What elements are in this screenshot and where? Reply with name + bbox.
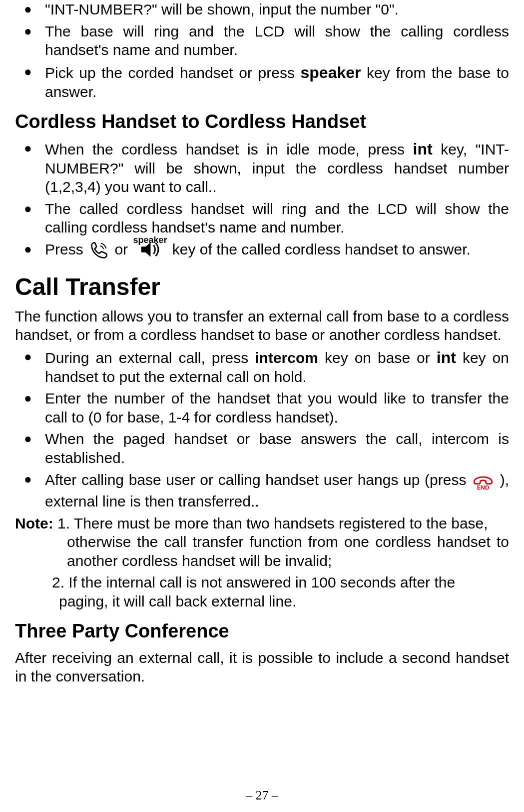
note-2-line2: paging, it will call back external line. — [15, 592, 509, 611]
bullet-called-ring: The called cordless handset will ring an… — [15, 200, 509, 237]
text-pre: After calling base user or calling hands… — [45, 472, 471, 488]
bullet-intercom-established: When the paged handset or base answers t… — [15, 430, 509, 467]
page: "INT-NUMBER?" will be shown, input the n… — [0, 0, 524, 812]
text: When the paged handset or base answers t… — [45, 430, 509, 466]
bullet-enter-number: Enter the number of the handset that you… — [15, 389, 509, 426]
text-pre: During an external call, press — [45, 350, 255, 366]
bullet-pickup-speaker: Pick up the corded handset or press spea… — [15, 62, 509, 102]
speaker-icon — [138, 238, 161, 261]
transfer-paragraph: The function allows you to transfer an e… — [15, 307, 509, 344]
intercom-key-label: intercom — [255, 350, 318, 366]
bullet-press-answer: Press or speaker — [15, 240, 509, 261]
heading-call-transfer: Call Transfer — [15, 272, 509, 302]
text: Enter the number of the handset that you… — [45, 390, 509, 426]
transfer-bullet-list: During an external call, press intercom … — [15, 348, 509, 511]
text-post: key of the called cordless handset to an… — [172, 241, 471, 258]
note-2-line1: 2. If the internal call is not answered … — [52, 573, 509, 592]
conference-paragraph: After receiving an external call, it is … — [15, 648, 509, 686]
note-1-line1: 1. There must be more than two handsets … — [57, 515, 488, 532]
talk-icon — [88, 240, 109, 261]
int-key-label-2: int — [437, 348, 456, 366]
text-mid: key on base or — [325, 350, 437, 366]
bullet-hangup-transfer: After calling base user or calling hands… — [15, 470, 509, 511]
cordless-bullet-list: When the cordless handset is in idle mod… — [15, 139, 509, 261]
end-icon-text: END — [477, 484, 490, 490]
content: "INT-NUMBER?" will be shown, input the n… — [15, 0, 509, 686]
text-pre: Press — [45, 241, 87, 258]
bullet-during-external: During an external call, press intercom … — [15, 348, 509, 386]
text: The called cordless handset will ring an… — [45, 200, 509, 236]
text-mid: or — [114, 241, 132, 258]
text-pre: When the cordless handset is in idle mod… — [45, 141, 413, 158]
bullet-cordless-idle: When the cordless handset is in idle mod… — [15, 139, 509, 196]
int-key-label: int — [413, 140, 433, 158]
top-bullet-list: "INT-NUMBER?" will be shown, input the n… — [15, 0, 509, 101]
text-pre: Pick up the corded handset or press — [45, 64, 301, 81]
note-block: Note: 1. There must be more than two han… — [15, 514, 509, 611]
bullet-int-number: "INT-NUMBER?" will be shown, input the n… — [15, 0, 509, 19]
text: The base will ring and the LCD will show… — [45, 23, 509, 58]
bullet-base-ring: The base will ring and the LCD will show… — [15, 22, 509, 60]
heading-three-party: Three Party Conference — [15, 620, 509, 644]
end-icon: END — [472, 470, 494, 492]
heading-cordless-to-cordless: Cordless Handset to Cordless Handset — [15, 110, 509, 134]
speaker-icon-with-label: speaker — [133, 240, 167, 261]
note-1-line2: otherwise the call transfer function fro… — [15, 532, 509, 570]
page-number: – 27 – — [0, 788, 524, 803]
text: "INT-NUMBER?" will be shown, input the n… — [45, 1, 399, 18]
speaker-key-label: speaker — [301, 64, 361, 82]
note-label: Note: — [15, 515, 57, 532]
